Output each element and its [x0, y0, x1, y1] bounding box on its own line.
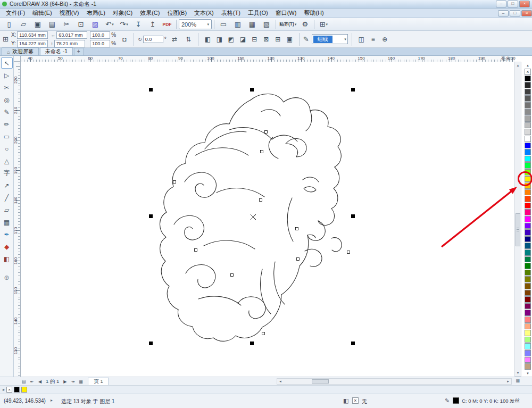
- scroll-right-button[interactable]: ▸: [505, 379, 511, 384]
- palette-swatch[interactable]: [525, 317, 531, 323]
- node-marker[interactable]: [173, 181, 176, 184]
- menu-effects[interactable]: 效果(C): [136, 8, 163, 18]
- palette-swatch[interactable]: [525, 95, 531, 102]
- text-tool[interactable]: 字: [1, 168, 13, 179]
- page-tab[interactable]: 页 1: [88, 378, 109, 385]
- selection-handle[interactable]: [351, 214, 355, 218]
- show-guidelines-button[interactable]: ▧: [260, 19, 273, 30]
- menu-edit[interactable]: 编辑(E): [29, 8, 56, 18]
- trim-button[interactable]: ◩: [226, 34, 237, 45]
- minimize-button[interactable]: –: [496, 1, 506, 7]
- outline-width-select[interactable]: 细线 ▾: [312, 34, 348, 44]
- menu-help[interactable]: 帮助(H): [300, 8, 327, 18]
- palette-swatch[interactable]: [525, 270, 531, 276]
- cut-button[interactable]: ✂: [60, 19, 73, 30]
- interactive-fill-tool[interactable]: ◆: [1, 241, 13, 252]
- intersect-button[interactable]: ◪: [237, 34, 248, 45]
- y-position-input[interactable]: 154.227 mm: [17, 40, 48, 47]
- scroll-left-button[interactable]: ◂: [277, 379, 284, 384]
- palette-scroll-down-button[interactable]: ▾: [525, 370, 531, 377]
- selection-handle[interactable]: [351, 342, 355, 345]
- options-button[interactable]: ⚙: [298, 19, 312, 30]
- palette-swatch[interactable]: [525, 102, 531, 109]
- smart-fill-tool[interactable]: ◧: [1, 253, 13, 264]
- new-document-button[interactable]: ▯: [2, 19, 16, 30]
- add-tools-button[interactable]: ⊕: [1, 272, 13, 283]
- palette-swatch[interactable]: [525, 276, 531, 282]
- palette-swatch[interactable]: [525, 243, 531, 249]
- quick-customize-button[interactable]: ⊕: [379, 34, 390, 45]
- x-position-input[interactable]: 110.634 mm: [17, 31, 48, 39]
- menu-table[interactable]: 表格(T): [218, 8, 244, 18]
- lock-ratio-button[interactable]: ◘: [119, 34, 130, 45]
- vertical-ruler[interactable]: 220210200190180170160150140130: [14, 62, 21, 377]
- outline-color-swatch[interactable]: [453, 397, 459, 404]
- scroll-down-button[interactable]: ▾: [515, 370, 521, 376]
- menu-text[interactable]: 文本(X): [190, 8, 218, 18]
- node-marker[interactable]: [260, 199, 262, 202]
- first-page-button[interactable]: ↞: [29, 379, 35, 384]
- freehand-tool[interactable]: ✎: [1, 106, 13, 118]
- menu-file[interactable]: 文件(F): [2, 8, 29, 18]
- palette-swatch[interactable]: [525, 330, 531, 336]
- selection-handle[interactable]: [351, 88, 355, 91]
- doc-restore-button[interactable]: □: [510, 10, 520, 16]
- palette-swatch[interactable]: [525, 263, 531, 269]
- tab-welcome-screen[interactable]: ⌂ 欢迎屏幕: [2, 47, 39, 55]
- view-navigator-button[interactable]: ▦: [514, 378, 522, 384]
- node-marker[interactable]: [347, 251, 350, 254]
- node-marker[interactable]: [296, 228, 298, 230]
- vertical-scrollbar[interactable]: ▴ ▾: [514, 62, 521, 377]
- palette-swatch[interactable]: [525, 196, 531, 202]
- palette-swatch[interactable]: [525, 156, 531, 162]
- redo-button[interactable]: ↷▾: [117, 19, 131, 30]
- document-palette-flyout-icon[interactable]: ▸: [3, 387, 5, 392]
- simplify-button[interactable]: ⊟: [249, 34, 260, 45]
- copy-button[interactable]: ⊡: [74, 19, 88, 30]
- maximize-button[interactable]: □: [508, 1, 518, 7]
- selection-handle[interactable]: [149, 88, 153, 91]
- export-button[interactable]: ↥: [146, 19, 160, 30]
- palette-swatch[interactable]: [525, 182, 531, 189]
- palette-swatch[interactable]: [525, 357, 531, 363]
- combine-button[interactable]: ◧: [202, 34, 213, 45]
- palette-swatch[interactable]: [525, 76, 531, 82]
- palette-swatch[interactable]: [525, 149, 531, 155]
- palette-swatch[interactable]: [525, 310, 531, 316]
- open-button[interactable]: ▱: [16, 19, 30, 30]
- pick-tool[interactable]: ↖: [1, 57, 13, 69]
- palette-swatch[interactable]: [525, 169, 531, 176]
- zoom-tool[interactable]: ◎: [1, 94, 13, 105]
- back-minus-front-button[interactable]: ⊞: [272, 34, 284, 45]
- palette-swatch[interactable]: [525, 283, 531, 289]
- selection-handle[interactable]: [250, 342, 254, 345]
- doc-close-button[interactable]: ×: [521, 10, 532, 16]
- wrap-paragraph-text-button[interactable]: ◫: [356, 34, 367, 45]
- palette-swatch[interactable]: [525, 350, 531, 356]
- menu-layout[interactable]: 布局(L): [82, 8, 109, 18]
- palette-swatch[interactable]: [525, 209, 531, 215]
- palette-swatch[interactable]: [525, 162, 531, 169]
- palette-swatch[interactable]: [525, 176, 531, 182]
- palette-swatch[interactable]: [525, 82, 531, 88]
- menu-tools[interactable]: 工具(O): [244, 8, 272, 18]
- palette-swatch[interactable]: [525, 363, 531, 370]
- palette-swatch[interactable]: [525, 303, 531, 310]
- menu-window[interactable]: 窗口(W): [272, 8, 301, 18]
- page-sorter-icon[interactable]: ▤: [21, 379, 27, 384]
- import-button[interactable]: ↧: [131, 19, 145, 30]
- save-button[interactable]: ▣: [31, 19, 45, 30]
- color-eyedropper-tool[interactable]: ✒: [1, 229, 13, 240]
- ellipse-tool[interactable]: ○: [1, 143, 13, 154]
- selection-handle[interactable]: [149, 214, 153, 218]
- rotation-angle-input[interactable]: 0.0: [143, 36, 163, 43]
- palette-no-color-swatch[interactable]: ×: [525, 69, 531, 75]
- palette-swatch[interactable]: [525, 229, 531, 236]
- next-page-button[interactable]: ▶: [62, 379, 68, 384]
- publish-pdf-button[interactable]: PDF: [160, 19, 174, 30]
- palette-swatch[interactable]: [525, 343, 531, 349]
- horizontal-scrollbar-thumb[interactable]: [312, 379, 329, 384]
- fill-color-swatch[interactable]: ×: [352, 397, 359, 404]
- front-minus-back-button[interactable]: ⊠: [261, 34, 272, 45]
- crop-tool[interactable]: ✂: [1, 82, 13, 93]
